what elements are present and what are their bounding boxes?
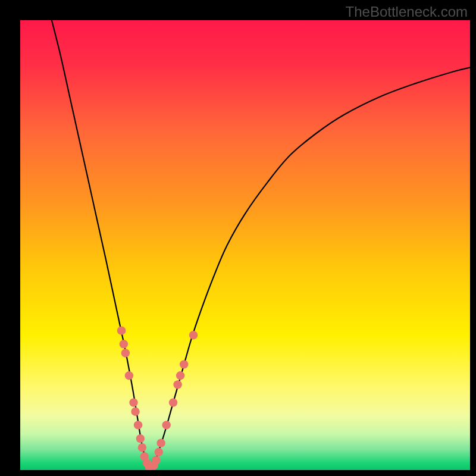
marker-dot [156, 439, 165, 447]
marker-dot [138, 443, 146, 452]
marker-dot [162, 421, 171, 429]
outer-frame: TheBottleneck.com [0, 0, 476, 476]
marker-dot [131, 408, 139, 416]
chart-svg [20, 20, 470, 470]
watermark-text: TheBottleneck.com [346, 4, 468, 20]
plot-area [20, 20, 470, 470]
marker-dot [134, 421, 142, 429]
marker-dot [121, 349, 130, 357]
marker-dot [129, 398, 137, 406]
marker-dot [117, 326, 126, 334]
marker-dot [173, 380, 181, 389]
marker-dot [180, 360, 188, 368]
marker-dot [152, 456, 160, 464]
marker-dot [125, 371, 133, 380]
marker-dot [155, 448, 163, 456]
marker-dot [120, 340, 128, 348]
marker-dot [176, 371, 184, 380]
marker-dot [136, 434, 145, 443]
marker-dot [169, 398, 177, 406]
marker-dot [189, 331, 198, 339]
